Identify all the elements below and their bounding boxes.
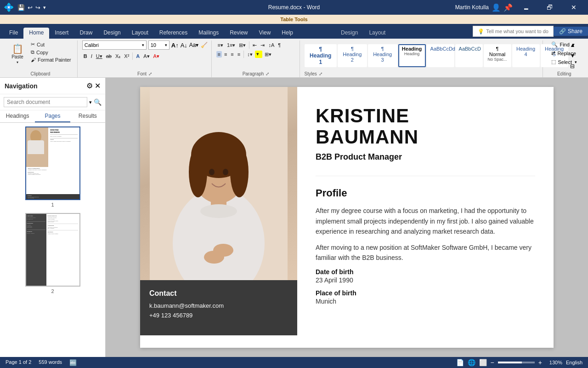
select-button[interactable]: ⬚ Select ▾	[548, 58, 581, 66]
tab-help[interactable]: Help	[276, 28, 299, 39]
spelling-icon[interactable]: 🔤	[69, 359, 77, 366]
tab-layout[interactable]: Layout	[126, 28, 154, 39]
ribbon-toggle[interactable]: 📌	[503, 3, 513, 12]
shrink-font-button[interactable]: A↓	[181, 42, 187, 49]
style-aabbccd[interactable]: AaBbCcD	[455, 44, 483, 67]
share-button[interactable]: 🔗 Share	[554, 27, 588, 36]
tab-references[interactable]: References	[154, 28, 193, 39]
focus-mode-icon[interactable]: ⬜	[479, 359, 487, 366]
tab-design-tools[interactable]: Design	[335, 28, 363, 39]
grow-font-button[interactable]: A↑	[171, 42, 179, 49]
font-color-button[interactable]: A▾	[152, 53, 161, 60]
nav-tab-results[interactable]: Results	[70, 110, 105, 122]
line-spacing-button[interactable]: ↕▾	[246, 51, 254, 58]
zoom-out-button[interactable]: −	[491, 359, 494, 366]
language[interactable]: English	[566, 360, 582, 365]
font-dialog-launcher[interactable]: ⤢	[148, 71, 152, 76]
search-icon[interactable]: 🔍	[94, 98, 102, 106]
bullets-button[interactable]: ≡▾	[216, 42, 225, 49]
navigation-pane: Navigation ⚙ ✕ ▾ 🔍 Headings Pages Result…	[0, 78, 106, 357]
styles-dialog-launcher[interactable]: ⤢	[319, 71, 322, 76]
web-layout-icon[interactable]: 🌐	[468, 359, 475, 366]
zoom-percent[interactable]: 130%	[546, 360, 562, 365]
style-heading4[interactable]: Heading 4	[512, 44, 540, 67]
tab-home[interactable]: Home	[23, 28, 49, 39]
minimize-button[interactable]: 🗕	[515, 0, 537, 15]
page-info[interactable]: Page 1 of 2	[6, 359, 31, 366]
print-layout-icon[interactable]: 📄	[456, 359, 464, 366]
strikethrough-button[interactable]: ab	[105, 53, 113, 59]
tab-view[interactable]: View	[254, 28, 277, 39]
restore-button[interactable]: 🗗	[539, 0, 560, 15]
tab-review[interactable]: Review	[224, 28, 253, 39]
sort-button[interactable]: ↕A	[267, 42, 276, 48]
nav-close-icon[interactable]: ✕	[95, 81, 101, 90]
style-heading1[interactable]: ¶ Heading 1	[305, 44, 337, 67]
superscript-button[interactable]: X²	[123, 53, 130, 59]
clear-formatting-button[interactable]: 🧹	[201, 42, 208, 48]
select-dropdown[interactable]: ▾	[575, 60, 577, 64]
align-right-button[interactable]: ≡	[229, 51, 235, 58]
find-dropdown[interactable]: ▾	[572, 42, 575, 47]
cut-button[interactable]: ✂ Cut	[28, 40, 74, 48]
align-left-button[interactable]: ≡	[216, 51, 222, 58]
style-heading3[interactable]: ¶ Heading 3	[368, 44, 397, 67]
style-heading2[interactable]: ¶ Heading 2	[338, 44, 367, 67]
paste-button[interactable]: 📋 Paste ▾	[7, 40, 28, 68]
editing-group: 🔍 Find ▾ ⇄ Replace ⬚ Select ▾ Editing	[544, 40, 584, 77]
bold-button[interactable]: B	[82, 53, 89, 59]
replace-button[interactable]: ⇄ Replace	[548, 49, 581, 57]
increase-indent-button[interactable]: ⇥	[259, 42, 266, 49]
page-2-thumb[interactable]: Liebe Silke Viel Ableistung Erfolgfür di…	[25, 213, 80, 287]
change-case-button[interactable]: Aa▾	[189, 42, 199, 48]
zoom-slider[interactable]	[498, 362, 535, 363]
tab-insert[interactable]: Insert	[49, 28, 74, 39]
italic-button[interactable]: I	[90, 53, 94, 59]
style-normal[interactable]: ¶ Normal No Spac...	[484, 44, 511, 67]
decrease-indent-button[interactable]: ⇤	[251, 42, 258, 49]
nav-settings-icon[interactable]: ⚙	[86, 81, 93, 90]
tell-me-input[interactable]: 💡 Tell me what you want to do	[473, 26, 554, 37]
font-size-selector[interactable]: 10 ▾	[148, 40, 170, 50]
text-highlight-button[interactable]: A▾	[142, 53, 151, 60]
page-1-thumb[interactable]: KRISTINEBAUMANN B2B Product Manager Prof…	[25, 126, 80, 200]
tab-file[interactable]: File	[4, 28, 23, 39]
shading-button[interactable]: ▾	[255, 51, 262, 58]
clipboard-small-buttons: ✂ Cut ⧉ Copy 🖌 Format Painter	[28, 40, 74, 63]
tab-draw[interactable]: Draw	[74, 28, 98, 39]
paragraph-dialog-launcher[interactable]: ⤢	[266, 71, 269, 76]
align-center-button[interactable]: ≡	[223, 51, 228, 58]
qa-undo[interactable]: ↩	[28, 4, 33, 11]
tab-design[interactable]: Design	[98, 28, 126, 39]
multilevel-button[interactable]: ⊞▾	[237, 42, 247, 49]
justify-button[interactable]: ≡	[236, 51, 242, 58]
close-button[interactable]: ✕	[563, 0, 584, 15]
font-name-selector[interactable]: Calibri ▾	[82, 40, 147, 50]
qa-save[interactable]: 💾	[17, 4, 25, 11]
nav-tab-pages[interactable]: Pages	[35, 110, 70, 122]
style-selected[interactable]: Heading Heading	[398, 44, 426, 67]
numbering-button[interactable]: 1≡▾	[226, 42, 237, 49]
find-button[interactable]: 🔍 Find ▾	[548, 40, 581, 48]
text-effects-button[interactable]: A	[135, 53, 141, 59]
tab-layout-tools[interactable]: Layout	[363, 28, 391, 39]
nav-search-dropdown[interactable]: ▾	[89, 99, 92, 105]
tab-mailings[interactable]: Mailings	[193, 28, 224, 39]
qa-more[interactable]: ▾	[43, 5, 46, 11]
paste-dropdown-icon[interactable]: ▾	[17, 60, 18, 64]
qa-redo[interactable]: ↪	[35, 4, 40, 11]
zoom-in-button[interactable]: +	[538, 359, 542, 366]
document-area[interactable]: Contact k.baumann@softmaker.com +49 123 …	[106, 78, 588, 357]
show-marks-button[interactable]: ¶	[277, 42, 282, 48]
nav-search-input[interactable]	[4, 97, 87, 107]
copy-button[interactable]: ⧉ Copy	[28, 48, 74, 56]
format-painter-button[interactable]: 🖌 Format Painter	[28, 56, 74, 63]
account-icon[interactable]: 👤	[492, 3, 501, 12]
borders-button[interactable]: ⊞▾	[263, 51, 273, 58]
nav-tab-headings[interactable]: Headings	[0, 110, 35, 122]
word-count[interactable]: 559 words	[39, 359, 62, 366]
subscript-button[interactable]: X₂	[114, 53, 122, 60]
underline-button[interactable]: U▾	[95, 53, 104, 60]
paragraph-align-row: ≡ ≡ ≡ ≡ ↕▾ ▾ ⊞▾	[216, 51, 296, 58]
style-aabbccdd[interactable]: AaBbCcDd	[427, 44, 454, 67]
